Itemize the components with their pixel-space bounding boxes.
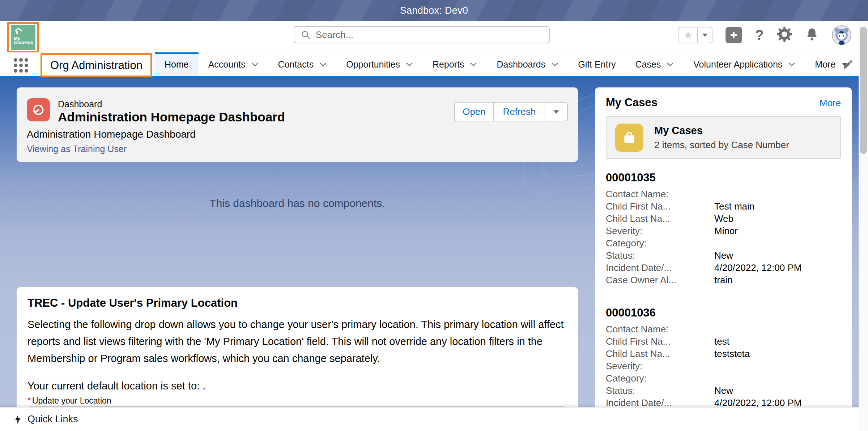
tab-label: Volunteer Applications: [693, 59, 782, 70]
global-header: My ClubHub: [0, 21, 868, 52]
case-field-row: Severity:: [606, 360, 841, 372]
field-value: Minor: [714, 225, 738, 237]
trec-description-line: Selecting the following drop down allows…: [27, 316, 567, 333]
open-button[interactable]: Open: [454, 102, 494, 121]
chevron-down-icon: [788, 62, 795, 66]
tab-label: Home: [165, 59, 189, 70]
case-fields: Contact Name: Child First Na...test Chil…: [606, 323, 841, 409]
caret-down-icon: [553, 109, 560, 114]
trec-description: Selecting the following drop down allows…: [27, 316, 567, 367]
tab-cases[interactable]: Cases: [625, 52, 684, 76]
astro-avatar-icon: [832, 25, 851, 45]
tab-label: More: [815, 59, 835, 70]
field-value: Test main: [714, 200, 754, 212]
pencil-icon: [843, 59, 854, 70]
global-actions-button[interactable]: [726, 27, 742, 43]
trec-description-line: reports and list views filtering with th…: [27, 333, 567, 350]
trec-heading: TREC - Update User's Primary Location: [27, 297, 567, 310]
chevron-down-icon: [551, 62, 558, 66]
tab-dashboards[interactable]: Dashboards: [487, 52, 568, 76]
field-value: train: [714, 274, 733, 286]
field-label: Severity:: [606, 225, 714, 237]
case-field-row: Category:: [606, 237, 841, 249]
quick-links-footer[interactable]: Quick Links: [0, 407, 868, 431]
case-field-row: Incident Date/...4/20/2022, 12:00 PM: [606, 262, 841, 274]
search-input[interactable]: [316, 29, 518, 40]
header-actions: ?: [678, 25, 851, 45]
global-search[interactable]: [294, 26, 550, 43]
field-value: New: [714, 384, 733, 397]
my-cases-more-link[interactable]: More: [820, 98, 841, 109]
case-field-row: Child Last Na...Web: [606, 212, 841, 225]
my-cases-list-header[interactable]: My Cases 2 items, sorted by Case Number: [606, 116, 841, 159]
app-logo[interactable]: My ClubHub: [11, 25, 35, 50]
field-label: Case Owner Al...: [606, 274, 714, 286]
tab-gift-entry[interactable]: Gift Entry: [568, 52, 625, 76]
field-value: New: [714, 249, 733, 262]
tab-home[interactable]: Home: [155, 52, 199, 76]
case-number-link[interactable]: 00001035: [606, 171, 841, 184]
dashboard-header-card: Dashboard Administration Homepage Dashbo…: [17, 87, 578, 162]
app-launcher-icon[interactable]: [14, 58, 31, 72]
favorite-button[interactable]: [679, 27, 697, 43]
edit-navigation-button[interactable]: [843, 59, 854, 71]
case-number-link[interactable]: 00001036: [606, 306, 841, 319]
field-label: Status:: [606, 249, 714, 262]
list-view-subtitle: 2 items, sorted by Case Number: [654, 139, 789, 151]
chevron-down-icon: [702, 33, 708, 37]
tab-accounts[interactable]: Accounts: [199, 52, 268, 76]
chevron-down-icon: [406, 62, 413, 66]
case-field-row: Status:New: [606, 384, 841, 397]
field-label: Contact Name:: [606, 188, 714, 200]
chevron-down-icon: [319, 62, 327, 66]
case-item: 00001035 Contact Name: Child First Na...…: [606, 171, 841, 286]
update-location-field-label: *Update your Location: [27, 396, 567, 405]
case-field-row: Child First Na...Test main: [606, 200, 841, 212]
dashboard-subtitle: Administration Homepage Dashboard: [27, 129, 196, 140]
required-marker: *: [27, 396, 31, 405]
trec-description-line: Membership or Program sales workflows, w…: [27, 350, 567, 367]
refresh-button[interactable]: Refresh: [494, 102, 545, 121]
field-value: test: [714, 335, 729, 348]
tab-reports[interactable]: Reports: [423, 52, 487, 76]
tab-label: Opportunities: [346, 59, 400, 70]
field-label: Category:: [606, 237, 714, 249]
star-icon: [683, 30, 693, 40]
record-type-label: Dashboard: [58, 99, 102, 109]
nav-tabs: Home Accounts Contacts Opportunities Rep…: [155, 52, 858, 76]
vertical-scrollbar-track[interactable]: [859, 21, 868, 431]
my-cases-panel-header: My Cases More: [606, 96, 841, 109]
field-label: Incident Date/...: [606, 262, 714, 274]
app-name[interactable]: Org Administration: [50, 59, 142, 72]
vertical-scrollbar-thumb[interactable]: [860, 27, 867, 154]
chevron-down-icon: [667, 62, 674, 66]
dashboard-icon: [27, 98, 50, 121]
bell-icon: [805, 27, 819, 42]
dashboard-more-actions-button[interactable]: [545, 102, 568, 121]
favorites-button-group: [678, 27, 712, 43]
field-value: teststeta: [714, 348, 750, 360]
help-button[interactable]: ?: [755, 27, 764, 43]
search-icon: [301, 30, 311, 40]
environment-banner: Sandbox: Dev0: [0, 0, 868, 21]
tab-opportunities[interactable]: Opportunities: [336, 52, 423, 76]
field-label: Category:: [606, 372, 714, 384]
tab-volunteer-applications[interactable]: Volunteer Applications: [684, 52, 805, 76]
field-value: 4/20/2022, 12:00 PM: [714, 262, 801, 274]
user-avatar[interactable]: [832, 25, 851, 45]
chevron-down-icon: [470, 62, 477, 66]
viewing-as-link[interactable]: Viewing as Training User: [27, 144, 127, 154]
briefcase-icon: [621, 129, 638, 146]
field-label-text: Update your Location: [32, 396, 111, 405]
environment-label: Sandbox: Dev0: [400, 5, 468, 16]
setup-button[interactable]: [777, 27, 792, 43]
favorites-menu-button[interactable]: [697, 27, 712, 43]
tab-contacts[interactable]: Contacts: [268, 52, 337, 76]
case-field-row: Child Last Na...teststeta: [606, 348, 841, 360]
field-label: Child Last Na...: [606, 212, 714, 225]
notifications-button[interactable]: [805, 27, 819, 43]
app-name-annotation-box: Org Administration: [41, 53, 152, 77]
gear-icon: [777, 27, 792, 42]
dashboard-title: Administration Homepage Dashboard: [58, 110, 285, 124]
plus-icon: [729, 30, 739, 40]
